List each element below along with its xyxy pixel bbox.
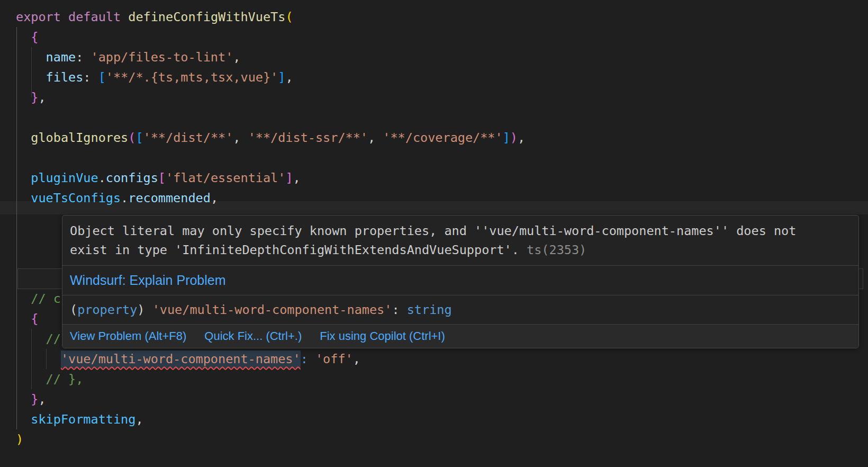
- code-line[interactable]: // c: [16, 289, 61, 309]
- code-line[interactable]: // },: [16, 369, 83, 389]
- code-token: configs: [106, 170, 158, 185]
- code-token: ]: [285, 170, 293, 185]
- code-token: [16, 191, 31, 205]
- code-token: :: [301, 352, 308, 366]
- code-token: .: [98, 170, 106, 185]
- code-token: ,: [353, 352, 360, 366]
- code-line[interactable]: globalIgnores(['**/dist/**', '**/dist-ss…: [16, 128, 525, 148]
- code-token: 'vue/multi-word-component-names': [152, 302, 392, 317]
- code-token: [83, 50, 91, 65]
- code-token: // },: [46, 372, 84, 387]
- code-token: [16, 170, 31, 185]
- code-line[interactable]: 'vue/multi-word-component-names': 'off',: [16, 349, 360, 369]
- code-token: '**/dist-ssr/**': [248, 130, 368, 145]
- code-token: [: [135, 130, 143, 145]
- code-token: ,: [518, 130, 525, 145]
- code-token: recommended: [128, 191, 211, 205]
- code-token: [: [158, 170, 166, 185]
- code-token: [91, 70, 98, 85]
- code-token: // c: [31, 291, 61, 306]
- code-token: ]: [278, 70, 285, 85]
- error-line-2: exist in type 'InfiniteDepthConfigWithEx…: [70, 240, 851, 259]
- code-token: [16, 90, 31, 105]
- code-token: ): [137, 302, 152, 317]
- code-token: ,: [233, 130, 248, 145]
- code-token: //: [46, 331, 61, 346]
- code-token: [16, 130, 31, 145]
- code-line[interactable]: //: [16, 329, 61, 349]
- code-token: {: [31, 30, 38, 44]
- code-token: [121, 10, 128, 24]
- code-token: (: [70, 302, 77, 317]
- code-token: [308, 352, 315, 366]
- code-token: name: [46, 50, 76, 65]
- code-line[interactable]: vueTsConfigs.recommended,: [16, 188, 218, 208]
- code-line[interactable]: export default defineConfigWithVueTs(: [16, 7, 293, 27]
- error-text: exist in type 'InfiniteDepthConfigWithEx…: [70, 243, 527, 257]
- error-code: ts(2353): [527, 243, 586, 257]
- code-token: ,: [285, 70, 293, 85]
- code-token: ,: [38, 90, 46, 105]
- code-line[interactable]: files: ['**/*.{ts,mts,tsx,vue}'],: [16, 67, 293, 87]
- code-token: [16, 291, 31, 306]
- windsurf-explain-problem-link[interactable]: Windsurf: Explain Problem: [70, 273, 226, 288]
- code-line[interactable]: name: 'app/files-to-lint',: [16, 47, 240, 67]
- code-token: }: [31, 392, 38, 407]
- code-token: '**/coverage/**': [383, 130, 502, 145]
- code-token: }: [31, 90, 38, 105]
- code-token: ]: [503, 130, 510, 145]
- code-token: [16, 70, 46, 85]
- code-token: string: [407, 302, 452, 317]
- code-token: ): [510, 130, 518, 145]
- hover-actions-row: View Problem (Alt+F8)Quick Fix... (Ctrl+…: [62, 324, 858, 348]
- code-token: 'flat/essential': [166, 170, 285, 185]
- code-line[interactable]: },: [16, 389, 46, 409]
- code-token: [16, 412, 31, 427]
- code-token: export: [16, 10, 61, 24]
- code-token: [16, 311, 31, 326]
- code-line[interactable]: ): [16, 429, 23, 450]
- property-signature: (property) 'vue/multi-word-component-nam…: [62, 295, 858, 324]
- code-line[interactable]: },: [16, 87, 46, 107]
- code-line[interactable]: pluginVue.configs['flat/essential'],: [16, 168, 301, 188]
- code-token: ,: [233, 50, 240, 65]
- code-line[interactable]: {: [16, 309, 38, 329]
- code-token: :: [76, 50, 83, 65]
- error-message: Object literal may only specify known pr…: [62, 215, 858, 265]
- code-token: vueTsConfigs: [31, 191, 121, 205]
- code-token: globalIgnores: [31, 130, 128, 145]
- code-token: [16, 392, 31, 407]
- code-token: pluginVue: [31, 170, 98, 185]
- view-problem-action[interactable]: View Problem (Alt+F8): [70, 329, 186, 343]
- code-token: ,: [38, 392, 46, 407]
- code-token: skipFormatting: [31, 412, 135, 427]
- code-token: 'off': [315, 352, 353, 366]
- code-token: ,: [135, 412, 143, 427]
- code-line[interactable]: skipFormatting,: [16, 409, 143, 429]
- code-token: ,: [211, 191, 218, 205]
- code-token: ,: [293, 170, 301, 185]
- code-token: property: [77, 302, 137, 317]
- code-token: (: [128, 130, 135, 145]
- code-line[interactable]: {: [16, 27, 38, 47]
- code-token: [16, 30, 31, 44]
- code-token: .: [121, 191, 128, 205]
- code-token: ,: [368, 130, 383, 145]
- code-token: ): [16, 432, 23, 447]
- code-token: files: [46, 70, 84, 85]
- code-token: '**/dist/**': [143, 130, 233, 145]
- code-token: [16, 331, 46, 346]
- code-token: [16, 352, 61, 366]
- error-line-1: Object literal may only specify known pr…: [70, 221, 851, 240]
- code-token: (: [285, 10, 293, 24]
- fix-using-copilot-action[interactable]: Fix using Copilot (Ctrl+I): [320, 329, 445, 343]
- quick-fix-action[interactable]: Quick Fix... (Ctrl+.): [204, 329, 302, 343]
- code-token: [: [98, 70, 106, 85]
- error-highlighted-token: 'vue/multi-word-component-names': [61, 352, 301, 366]
- code-editor[interactable]: export default defineConfigWithVueTs( { …: [0, 0, 868, 467]
- code-token: 'app/files-to-lint': [91, 50, 233, 65]
- code-token: [16, 50, 46, 65]
- code-token: {: [31, 311, 38, 326]
- code-token: '**/*.{ts,mts,tsx,vue}': [106, 70, 278, 85]
- code-token: :: [392, 302, 406, 317]
